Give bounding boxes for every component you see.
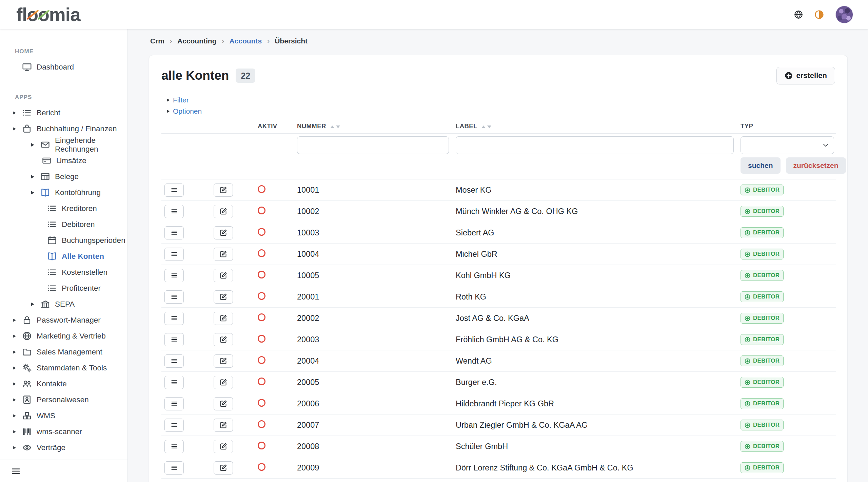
create-button[interactable]: erstellen <box>776 67 835 84</box>
caret-right-icon <box>13 350 22 354</box>
column-header-nummer[interactable]: NUMMER <box>297 118 456 134</box>
sidebar-item-label: Profitcenter <box>62 284 101 293</box>
theme-toggle-button[interactable] <box>814 10 824 19</box>
row-edit-button[interactable] <box>214 440 233 453</box>
row-edit-button[interactable] <box>214 419 233 432</box>
row-menu-button[interactable] <box>164 226 184 239</box>
sidebar-item-sales-management[interactable]: Sales Management <box>0 344 127 360</box>
pencil-square-icon <box>220 314 227 322</box>
page-title-text: alle Konten <box>161 69 229 83</box>
hamburger-icon <box>171 336 178 343</box>
cell-nummer: 10005 <box>297 265 456 286</box>
sidebar-collapse-icon[interactable] <box>11 466 21 476</box>
row-edit-button[interactable] <box>214 205 233 218</box>
sidebar-item-profitcenter[interactable]: Profitcenter <box>0 280 127 296</box>
cell-label: Burger e.G. <box>456 372 741 393</box>
row-menu-button[interactable] <box>164 333 184 346</box>
row-menu-button[interactable] <box>164 419 184 432</box>
list-icon <box>47 284 57 293</box>
row-menu-button[interactable] <box>164 269 184 282</box>
row-menu-button[interactable] <box>164 248 184 261</box>
row-menu-button[interactable] <box>164 376 184 389</box>
search-button[interactable]: suchen <box>741 157 781 174</box>
sidebar-item-eingehende-rechnungen[interactable]: Eingehende Rechnungen <box>0 137 127 153</box>
aktiv-status-circle-icon <box>258 207 265 214</box>
row-menu-button[interactable] <box>164 184 184 197</box>
row-edit-button[interactable] <box>214 184 233 197</box>
sidebar-item-kontakte[interactable]: Kontakte <box>0 376 127 392</box>
sidebar-item-buchhaltung-finanzen[interactable]: Buchhaltung / Finanzen <box>0 121 127 137</box>
options-toggle[interactable]: Optionen <box>167 107 202 115</box>
cell-label: Fröhlich GmbH AG & Co. KG <box>456 329 741 350</box>
caret-right-icon <box>13 398 22 402</box>
sort-icon <box>481 126 491 128</box>
sidebar-footer <box>0 460 127 482</box>
row-menu-button[interactable] <box>164 354 184 368</box>
header-actions-1 <box>161 118 212 134</box>
users-icon <box>22 379 32 388</box>
table-row: 20009Dörr Lorenz Stiftung & Co. KGaA Gmb… <box>161 457 836 479</box>
user-avatar[interactable] <box>835 6 853 23</box>
sidebar-item-passwort-manager[interactable]: Passwort-Manager <box>0 312 127 328</box>
row-edit-button[interactable] <box>214 333 233 346</box>
sidebar-item-bericht[interactable]: Bericht <box>0 105 127 121</box>
row-menu-button[interactable] <box>164 205 184 218</box>
row-edit-button[interactable] <box>214 290 233 304</box>
sidebar-item-stammdaten-tools[interactable]: Stammdaten & Tools <box>0 360 127 376</box>
sidebar-item-kostenstellen[interactable]: Kostenstellen <box>0 264 127 280</box>
sidebar-item-ums-tze[interactable]: Umsätze <box>0 153 127 169</box>
sidebar-item-dashboard[interactable]: Dashboard <box>0 59 127 75</box>
sidebar-item-personalwesen[interactable]: Personalwesen <box>0 392 127 408</box>
accounts-table: AKTIV NUMMER LABEL TYP <box>161 118 836 482</box>
sidebar-item-label: Bericht <box>37 109 60 117</box>
column-header-label[interactable]: LABEL <box>456 118 741 134</box>
sidebar-item-kontof-hrung[interactable]: Kontoführung <box>0 185 127 200</box>
cell-label: Wendt AG <box>456 350 741 372</box>
row-edit-button[interactable] <box>214 397 233 410</box>
sidebar-item-wms[interactable]: WMS <box>0 408 127 424</box>
hamburger-icon <box>171 464 178 471</box>
row-edit-button[interactable] <box>214 248 233 261</box>
sidebar-item-sepa[interactable]: SEPA <box>0 296 127 312</box>
filter-toggle[interactable]: Filter <box>167 96 189 104</box>
arrow-down-circle-icon <box>745 209 750 214</box>
breadcrumb-item-accounts[interactable]: Accounts <box>230 37 262 45</box>
sidebar-item-label: Kontoführung <box>55 188 101 197</box>
row-edit-button[interactable] <box>214 312 233 325</box>
label-filter-input[interactable] <box>456 136 734 154</box>
caret-right-icon <box>31 191 41 194</box>
sidebar-item-marketing-vertrieb[interactable]: Marketing & Vertrieb <box>0 328 127 344</box>
sidebar-item-vertr-ge[interactable]: Verträge <box>0 440 127 456</box>
sidebar-item-label: Eingehende Rechnungen <box>55 136 127 154</box>
table-row: 20001Roth KGDEBITOR <box>161 286 836 308</box>
sidebar-item-debitoren[interactable]: Debitoren <box>0 216 127 232</box>
sidebar-item-wms-scanner[interactable]: wms-scanner <box>0 424 127 440</box>
nummer-filter-input[interactable] <box>297 136 449 154</box>
typ-badge: DEBITOR <box>741 185 784 195</box>
table-row: 20005Burger e.G.DEBITOR <box>161 372 836 393</box>
row-menu-button[interactable] <box>164 461 184 475</box>
row-edit-button[interactable] <box>214 376 233 389</box>
row-edit-button[interactable] <box>214 269 233 282</box>
row-menu-button[interactable] <box>164 312 184 325</box>
row-edit-button[interactable] <box>214 354 233 368</box>
aktiv-status-circle-icon <box>258 185 265 193</box>
caret-right-icon <box>13 319 22 322</box>
row-edit-button[interactable] <box>214 226 233 239</box>
folder-icon <box>22 347 32 356</box>
brand-logo[interactable]: floomia <box>16 5 80 24</box>
row-menu-button[interactable] <box>164 397 184 410</box>
sidebar-item-kreditoren[interactable]: Kreditoren <box>0 200 127 216</box>
typ-filter-select[interactable] <box>741 136 834 154</box>
typ-badge-label: DEBITOR <box>753 229 780 236</box>
reset-button[interactable]: zurücksetzen <box>786 157 846 174</box>
sidebar-item-alle-konten[interactable]: Alle Konten <box>0 248 127 264</box>
row-edit-button[interactable] <box>214 461 233 475</box>
language-button[interactable] <box>794 10 803 19</box>
cell-nummer: 20005 <box>297 372 456 393</box>
sidebar-item-belege[interactable]: Belege <box>0 169 127 185</box>
sidebar-item-buchungsperioden[interactable]: Buchungsperioden <box>0 232 127 248</box>
row-menu-button[interactable] <box>164 290 184 304</box>
list-icon <box>47 220 57 229</box>
row-menu-button[interactable] <box>164 440 184 453</box>
